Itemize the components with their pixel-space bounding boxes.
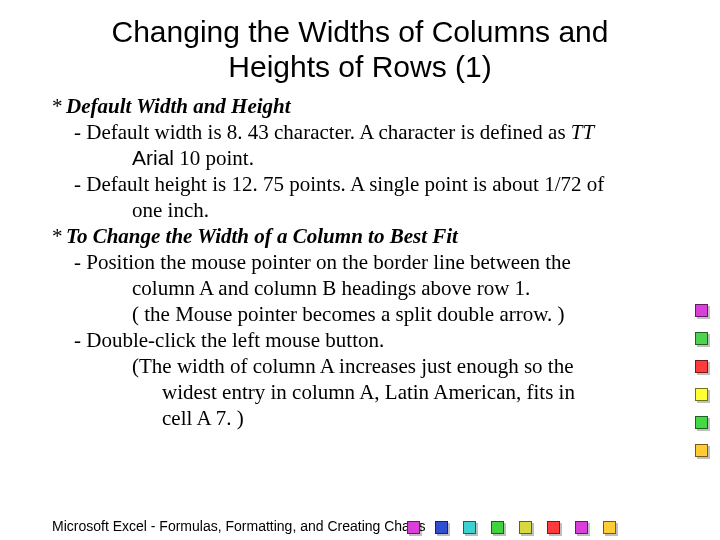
bullet-star-icon: * [52, 223, 66, 249]
line-position-pointer: - Position the mouse pointer on the bord… [74, 249, 660, 275]
decor-square-icon [519, 521, 532, 534]
text-default-height-b: one inch. [132, 198, 209, 222]
decor-square-icon [695, 304, 708, 317]
text-position-b: column A and column B headings above row… [132, 276, 530, 300]
text-arial-font: Arial [132, 146, 174, 169]
section-header-2: To Change the Width of a Column to Best … [66, 224, 458, 248]
bullet-star-icon: * [52, 93, 66, 119]
text-position-c: ( the Mouse pointer becomes a split doub… [132, 302, 565, 326]
decor-square-icon [603, 521, 616, 534]
decor-square-icon [695, 332, 708, 345]
line-double-click-cont3: cell A 7. ) [162, 405, 660, 431]
decor-square-icon [695, 388, 708, 401]
text-default-width-a: - Default width is 8. 43 character. A ch… [74, 120, 571, 144]
text-doubleclick-b: (The width of column A increases just en… [132, 354, 574, 378]
decor-square-icon [575, 521, 588, 534]
title-line-1: Changing the Widths of Columns and [112, 15, 609, 48]
text-doubleclick-d: cell A 7. ) [162, 406, 244, 430]
slide: Changing the Widths of Columns and Heigh… [0, 14, 720, 540]
title-line-2: Heights of Rows (1) [228, 50, 491, 83]
bullet-change-width: *To Change the Width of a Column to Best… [52, 223, 660, 249]
slide-title: Changing the Widths of Columns and Heigh… [40, 14, 680, 85]
decor-square-icon [695, 444, 708, 457]
text-tt: TT [571, 120, 594, 144]
section-header-1: Default Width and Height [66, 94, 291, 118]
decor-square-icon [695, 416, 708, 429]
text-doubleclick-c: widest entry in column A, Latin American… [162, 380, 575, 404]
line-double-click: - Double-click the left mouse button. [74, 327, 660, 353]
slide-body: *Default Width and Height - Default widt… [52, 93, 660, 431]
line-double-click-cont1: (The width of column A increases just en… [132, 353, 660, 379]
line-double-click-cont2: widest entry in column A, Latin American… [162, 379, 660, 405]
decor-square-icon [547, 521, 560, 534]
text-default-width-d: 10 point. [174, 146, 254, 170]
decor-square-icon [463, 521, 476, 534]
line-default-width: - Default width is 8. 43 character. A ch… [74, 119, 660, 145]
bullet-default-width-height: *Default Width and Height [52, 93, 660, 119]
decor-square-icon [695, 360, 708, 373]
slide-footer: Microsoft Excel - Formulas, Formatting, … [52, 518, 425, 534]
line-position-pointer-cont2: ( the Mouse pointer becomes a split doub… [132, 301, 660, 327]
decor-square-icon [435, 521, 448, 534]
line-position-pointer-cont1: column A and column B headings above row… [132, 275, 660, 301]
text-doubleclick-a: - Double-click the left mouse button. [74, 328, 384, 352]
text-default-height-a: - Default height is 12. 75 points. A sin… [74, 172, 604, 196]
line-default-height: - Default height is 12. 75 points. A sin… [74, 171, 660, 197]
decor-square-icon [407, 521, 420, 534]
text-position-a: - Position the mouse pointer on the bord… [74, 250, 571, 274]
decor-square-icon [491, 521, 504, 534]
line-default-width-cont: Arial 10 point. [132, 145, 660, 171]
line-default-height-cont: one inch. [132, 197, 660, 223]
